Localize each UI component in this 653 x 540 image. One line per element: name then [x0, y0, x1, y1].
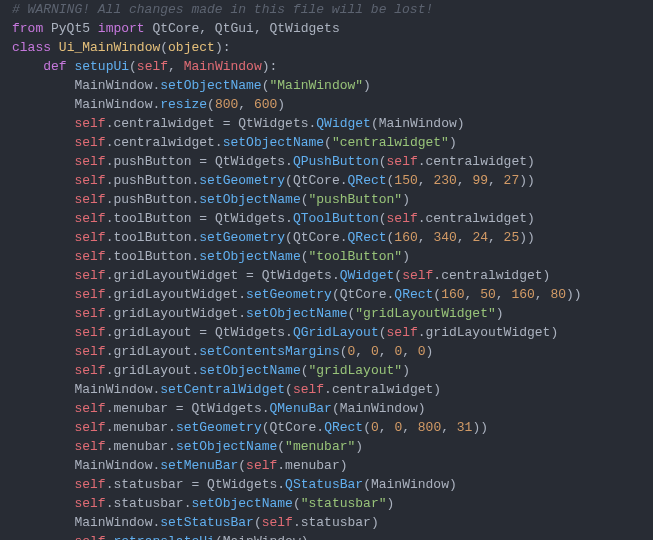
code-token: , [418, 173, 434, 188]
code-token: import [98, 21, 145, 36]
code-token: , [168, 59, 184, 74]
code-token: )) [519, 173, 535, 188]
code-token: . [215, 135, 223, 150]
code-token: setObjectName [223, 135, 324, 150]
code-token: ) [363, 78, 371, 93]
code-line[interactable]: self.gridLayout = QtWidgets.QGridLayout(… [12, 323, 641, 342]
code-line[interactable]: self.statusbar.setObjectName("statusbar"… [12, 494, 641, 513]
code-token: ( [301, 192, 309, 207]
code-token: QGridLayout [293, 325, 379, 340]
code-token: QtCore [145, 21, 200, 36]
code-token: ( [207, 97, 215, 112]
code-token: . [340, 230, 348, 245]
code-token: "pushButton" [309, 192, 403, 207]
code-line[interactable]: self.centralwidget.setObjectName("centra… [12, 133, 641, 152]
code-line[interactable]: self.centralwidget = QtWidgets.QWidget(M… [12, 114, 641, 133]
code-line[interactable]: # WARNING! All changes made in this file… [12, 0, 641, 19]
code-line[interactable]: self.toolButton.setGeometry(QtCore.QRect… [12, 228, 641, 247]
code-token: , [254, 21, 262, 36]
code-token: ): [215, 40, 231, 55]
code-token: self [74, 192, 105, 207]
code-token: . [285, 325, 293, 340]
code-token: self [74, 477, 105, 492]
code-token: ( [254, 515, 262, 530]
code-line[interactable]: self.pushButton = QtWidgets.QPushButton(… [12, 152, 641, 171]
code-token: def [43, 59, 66, 74]
code-token: , [379, 344, 395, 359]
code-editor[interactable]: # WARNING! All changes made in this file… [0, 0, 653, 540]
code-token: .statusbar) [293, 515, 379, 530]
code-token: , [379, 420, 395, 435]
code-line[interactable]: self.pushButton.setGeometry(QtCore.QRect… [12, 171, 641, 190]
code-token: ( [301, 363, 309, 378]
code-token: QRect [324, 420, 363, 435]
code-token: .toolButton [106, 249, 192, 264]
code-token: .menubar) [277, 458, 347, 473]
code-token: .gridLayoutWidget [106, 268, 246, 283]
code-token: self [74, 534, 105, 540]
code-token: ) [496, 306, 504, 321]
code-line[interactable]: class Ui_MainWindow(object): [12, 38, 641, 57]
code-line[interactable]: def setupUi(self, MainWindow): [12, 57, 641, 76]
code-line[interactable]: self.menubar.setGeometry(QtCore.QRect(0,… [12, 418, 641, 437]
code-token: . [262, 401, 270, 416]
code-token: . [340, 173, 348, 188]
code-token: , [488, 230, 504, 245]
code-line[interactable]: self.gridLayout.setObjectName("gridLayou… [12, 361, 641, 380]
code-token: 24 [472, 230, 488, 245]
code-token: "gridLayout" [309, 363, 403, 378]
code-token: QToolButton [293, 211, 379, 226]
code-token: 150 [394, 173, 417, 188]
code-token: QtWidgets [207, 211, 285, 226]
code-token: 160 [511, 287, 534, 302]
code-token: self [387, 154, 418, 169]
code-line[interactable]: self.toolButton = QtWidgets.QToolButton(… [12, 209, 641, 228]
code-token: setGeometry [246, 287, 332, 302]
code-line[interactable]: MainWindow.setStatusBar(self.statusbar) [12, 513, 641, 532]
code-token: self [74, 344, 105, 359]
code-line[interactable]: MainWindow.setMenuBar(self.menubar) [12, 456, 641, 475]
code-line[interactable]: from PyQt5 import QtCore, QtGui, QtWidge… [12, 19, 641, 38]
code-token: 160 [441, 287, 464, 302]
code-token: self [387, 325, 418, 340]
code-line[interactable]: MainWindow.setObjectName("MainWindow") [12, 76, 641, 95]
code-token: QtWidgets [199, 477, 277, 492]
code-token: . [238, 287, 246, 302]
code-line[interactable]: self.menubar.setObjectName("menubar") [12, 437, 641, 456]
code-line[interactable]: MainWindow.resize(800, 600) [12, 95, 641, 114]
code-token: MainWindow [74, 515, 152, 530]
code-token: setCentralWidget [160, 382, 285, 397]
code-line[interactable]: self.gridLayout.setContentsMargins(0, 0,… [12, 342, 641, 361]
code-line[interactable]: MainWindow.setCentralWidget(self.central… [12, 380, 641, 399]
code-token: MainWindow [74, 458, 152, 473]
code-token: QRect [348, 230, 387, 245]
code-line[interactable]: self.toolButton.setObjectName("toolButto… [12, 247, 641, 266]
code-token: self [74, 325, 105, 340]
code-token: ( [129, 59, 137, 74]
code-token: self [74, 420, 105, 435]
code-token: .gridLayout [106, 363, 192, 378]
code-token: self [74, 230, 105, 245]
code-token: class [12, 40, 51, 55]
code-token: from [12, 21, 43, 36]
code-token: QWidget [340, 268, 395, 283]
code-token: 27 [504, 173, 520, 188]
code-line[interactable]: self.gridLayoutWidget = QtWidgets.QWidge… [12, 266, 641, 285]
code-token: QWidget [316, 116, 371, 131]
code-token: (QtCore [285, 230, 340, 245]
code-line[interactable]: self.gridLayoutWidget.setGeometry(QtCore… [12, 285, 641, 304]
code-line[interactable]: self.menubar = QtWidgets.QMenuBar(MainWi… [12, 399, 641, 418]
code-token [51, 40, 59, 55]
code-token: self [74, 363, 105, 378]
code-token: setObjectName [246, 306, 347, 321]
code-token: ) [402, 363, 410, 378]
code-token: ( [394, 268, 402, 283]
code-line[interactable]: self.gridLayoutWidget.setObjectName("gri… [12, 304, 641, 323]
code-token: retranslateUi [113, 534, 214, 540]
code-line[interactable]: self.pushButton.setObjectName("pushButto… [12, 190, 641, 209]
code-line[interactable]: self.statusbar = QtWidgets.QStatusBar(Ma… [12, 475, 641, 494]
code-token: .gridLayoutWidget [106, 287, 239, 302]
code-token: ) [402, 249, 410, 264]
code-line[interactable]: self.retranslateUi(MainWindow) [12, 532, 641, 540]
code-token: self [74, 211, 105, 226]
